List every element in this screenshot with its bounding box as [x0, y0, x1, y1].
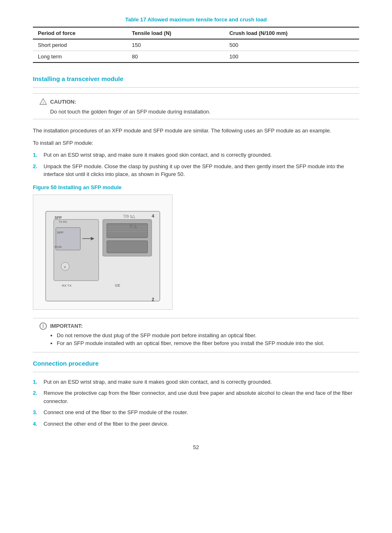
force-crush-table: Period of force Tensile load (N) Crush l…	[33, 27, 359, 63]
connection-section: Connection procedure 1.Put on an ESD wri…	[33, 360, 359, 428]
transceiver-section: Installing a transceiver module ! CAUTIO…	[33, 75, 359, 352]
triangle-warning-icon: !	[39, 98, 47, 105]
table-cell: 500	[224, 39, 359, 51]
step-number: 2.	[33, 162, 40, 178]
list-item: 2.Unpack the SFP module. Close the clasp…	[33, 162, 359, 178]
svg-text:4: 4	[152, 213, 154, 218]
transceiver-body2: To install an SFP module:	[33, 139, 359, 147]
svg-text:▽0  1△: ▽0 1△	[123, 213, 136, 218]
step-text: Connect one end of the fiber to the SFP …	[44, 408, 188, 417]
step-number: 1.	[33, 151, 40, 159]
connection-heading: Connection procedure	[33, 360, 359, 367]
list-item: Do not remove the dust plug of the SFP m…	[57, 332, 353, 338]
step-text: Connect the other end of the fiber to th…	[44, 420, 168, 428]
step-number: 3.	[33, 408, 40, 417]
step-text: Remove the protective cap from the fiber…	[44, 389, 359, 405]
step-number: 1.	[33, 378, 40, 386]
section-divider	[33, 87, 359, 88]
col-crush: Crush load (N/100 mm)	[224, 27, 359, 39]
important-header: i IMPORTANT:	[39, 322, 353, 330]
list-item: 1.Put on an ESD wrist strap, and make su…	[33, 151, 359, 159]
step-number: 4.	[33, 420, 40, 428]
step-text: Unpack the SFP module. Close the clasp b…	[44, 162, 359, 178]
step-text: Put on an ESD wrist strap, and make sure…	[44, 378, 272, 386]
caution-box: ! CAUTION: Do not touch the golden finge…	[33, 93, 359, 119]
table-cell: Short period	[33, 39, 127, 51]
list-item: 2.Remove the protective cap from the fib…	[33, 389, 359, 405]
list-item: 4.Connect the other end of the fiber to …	[33, 420, 359, 428]
table-title: Table 17 Allowed maximum tensile force a…	[33, 16, 359, 23]
svg-text:▽   △: ▽ △	[129, 224, 137, 228]
table-cell: Long term	[33, 51, 127, 63]
caution-text: Do not touch the golden finger of an SFP…	[39, 109, 353, 115]
svg-text:0: 0	[64, 265, 66, 269]
caution-label: CAUTION:	[50, 99, 76, 105]
table-section: Table 17 Allowed maximum tensile force a…	[33, 16, 359, 63]
step-number: 2.	[33, 389, 40, 405]
important-label: IMPORTANT:	[50, 323, 83, 329]
svg-text:GE: GE	[115, 283, 120, 287]
circle-i-icon: i	[39, 322, 47, 330]
caution-header: ! CAUTION:	[39, 98, 353, 105]
page-number: 52	[33, 444, 359, 450]
col-period: Period of force	[33, 27, 127, 39]
important-box: i IMPORTANT: Do not remove the dust plug…	[33, 318, 359, 352]
svg-text:!: !	[43, 101, 44, 105]
figure-title: Figure 50 Installing an SFP module	[33, 184, 359, 190]
sfp-figure: SFP SFP TX RX RUN 0	[33, 195, 359, 310]
table-cell: 100	[224, 51, 359, 63]
list-item: 3.Connect one end of the fiber to the SF…	[33, 408, 359, 417]
svg-text:RUN: RUN	[55, 245, 62, 249]
connection-section-divider	[33, 372, 359, 372]
svg-text:RX       TX: RX TX	[62, 284, 72, 287]
step-text: Put on an ESD wrist strap, and make sure…	[44, 151, 272, 159]
svg-rect-12	[107, 241, 148, 253]
svg-text:SFP: SFP	[57, 231, 63, 234]
list-item: For an SFP module installed with an opti…	[57, 340, 353, 346]
list-item: 1.Put on an ESD wrist strap, and make su…	[33, 378, 359, 386]
table-cell: 80	[127, 51, 224, 63]
col-tensile: Tensile load (N)	[127, 27, 224, 39]
connection-steps: 1.Put on an ESD wrist strap, and make su…	[33, 378, 359, 428]
transceiver-heading: Installing a transceiver module	[33, 75, 359, 82]
sfp-diagram-svg: SFP SFP TX RX RUN 0	[33, 195, 173, 310]
svg-text:SFP: SFP	[55, 215, 62, 219]
svg-rect-8	[107, 223, 148, 238]
table-row: Short period150500	[33, 39, 359, 51]
svg-text:TX    RX: TX RX	[59, 220, 67, 223]
svg-text:2: 2	[152, 297, 154, 302]
table-cell: 150	[127, 39, 224, 51]
important-list: Do not remove the dust plug of the SFP m…	[39, 332, 353, 346]
table-row: Long term80100	[33, 51, 359, 63]
transceiver-body1: The installation procedures of an XFP mo…	[33, 127, 359, 135]
transceiver-steps: 1.Put on an ESD wrist strap, and make su…	[33, 151, 359, 178]
